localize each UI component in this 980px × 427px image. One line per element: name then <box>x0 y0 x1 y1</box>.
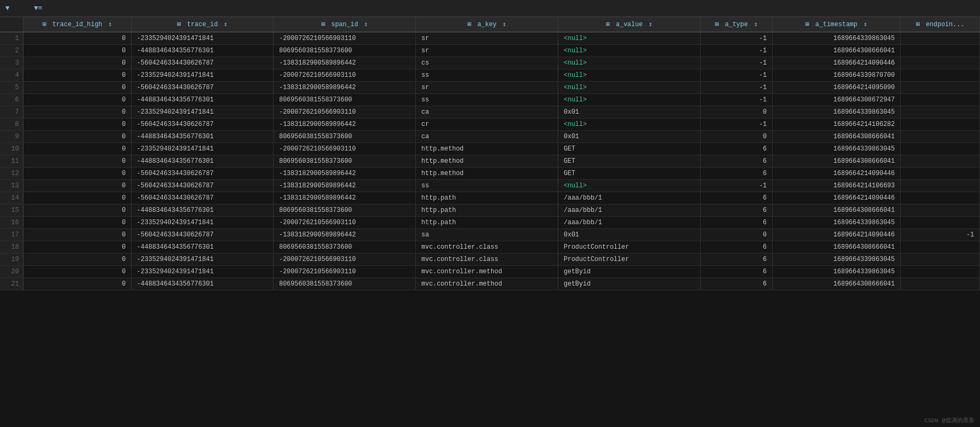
cell-a-timestamp: 1689664339863045 <box>773 254 901 266</box>
cell-a-timestamp: 1689664308666041 <box>773 278 901 290</box>
data-table: ⊞ trace_id_high ⇕ ⊞ trace_id ⇕ ⊞ span_id… <box>0 17 980 290</box>
cell-a-key: http.method <box>416 168 558 180</box>
table-row: 30-5604246334430626787-13831829005898964… <box>0 57 980 69</box>
cell-a-value: ProductController <box>558 241 701 254</box>
cell-row-num: 16 <box>0 217 23 229</box>
cell-endpoint <box>901 57 980 69</box>
cell-a-value: ProductController <box>558 254 701 266</box>
cell-span-id: 8069560381558373600 <box>274 204 416 217</box>
cell-trace-id: -2335294024391471841 <box>131 254 274 266</box>
cell-trace-id-high: 0 <box>23 106 131 118</box>
cell-row-num: 17 <box>0 229 23 241</box>
cell-row-num: 13 <box>0 180 23 192</box>
cell-a-timestamp: 1689664214090446 <box>773 168 901 180</box>
table-row: 50-5604246334430626787-13831829005898964… <box>0 82 980 94</box>
cell-a-value: getByid <box>558 266 701 278</box>
cell-span-id: -2000726210566903110 <box>274 143 416 155</box>
cell-row-num: 18 <box>0 241 23 254</box>
col-header-trace-id[interactable]: ⊞ trace_id ⇕ <box>131 17 274 32</box>
cell-row-num: 7 <box>0 106 23 118</box>
cell-endpoint <box>901 278 980 290</box>
cell-a-key: cs <box>416 57 558 69</box>
cell-a-key: ss <box>416 94 558 106</box>
cell-a-timestamp: 1689664339863045 <box>773 32 901 45</box>
cell-a-type: 6 <box>701 143 773 155</box>
table-row: 70-2335294024391471841-20007262105669031… <box>0 106 980 118</box>
where-toolbar-item[interactable]: ▼ <box>5 4 13 12</box>
cell-span-id: 8069560381558373600 <box>274 241 416 254</box>
col-icon-a-type: ⊞ <box>715 21 719 28</box>
table-row: 190-2335294024391471841-2000726210566903… <box>0 254 980 266</box>
cell-a-value: <null> <box>558 118 701 131</box>
cell-a-key: mvc.controller.method <box>416 278 558 290</box>
cell-trace-id-high: 0 <box>23 118 131 131</box>
cell-a-type: 6 <box>701 266 773 278</box>
cell-a-type: -1 <box>701 180 773 192</box>
table-row: 110-448834643435677630180695603815583736… <box>0 155 980 168</box>
cell-a-type: 6 <box>701 217 773 229</box>
sort-icon-a-timestamp: ⇕ <box>863 21 867 28</box>
cell-a-key: mvc.controller.class <box>416 254 558 266</box>
cell-span-id: -2000726210566903110 <box>274 32 416 45</box>
col-header-a-value[interactable]: ⊞ a_value ⇕ <box>558 17 701 32</box>
cell-a-value: 0x01 <box>558 106 701 118</box>
cell-endpoint <box>901 45 980 57</box>
cell-trace-id-high: 0 <box>23 69 131 82</box>
cell-row-num: 19 <box>0 254 23 266</box>
cell-endpoint <box>901 94 980 106</box>
col-header-endpoint[interactable]: ⊞ endpoin... <box>901 17 980 32</box>
cell-a-key: http.method <box>416 143 558 155</box>
cell-span-id: -2000726210566903110 <box>274 266 416 278</box>
col-header-a-type[interactable]: ⊞ a_type ⇕ <box>701 17 773 32</box>
cell-a-timestamp: 1689664308666041 <box>773 204 901 217</box>
cell-a-type: 6 <box>701 278 773 290</box>
cell-row-num: 11 <box>0 155 23 168</box>
cell-a-value: 0x01 <box>558 229 701 241</box>
cell-span-id: -1383182900589896442 <box>274 229 416 241</box>
cell-a-key: http.path <box>416 204 558 217</box>
cell-span-id: 8069560381558373600 <box>274 94 416 106</box>
cell-row-num: 6 <box>0 94 23 106</box>
table-row: 80-5604246334430626787-13831829005898964… <box>0 118 980 131</box>
table-row: 90-4488346434356776301806956038155837360… <box>0 131 980 143</box>
cell-trace-id-high: 0 <box>23 45 131 57</box>
cell-trace-id-high: 0 <box>23 57 131 69</box>
cell-span-id: -1383182900589896442 <box>274 192 416 204</box>
table-row: 10-2335294024391471841-20007262105669031… <box>0 32 980 45</box>
col-header-rownum <box>0 17 23 32</box>
cell-a-value: <null> <box>558 45 701 57</box>
cell-a-type: 6 <box>701 168 773 180</box>
cell-a-timestamp: 1689664339870700 <box>773 69 901 82</box>
cell-a-type: -1 <box>701 45 773 57</box>
col-header-a-timestamp[interactable]: ⊞ a_timestamp ⇕ <box>773 17 901 32</box>
cell-endpoint <box>901 254 980 266</box>
cell-a-timestamp: 1689664308666041 <box>773 45 901 57</box>
table-container[interactable]: ⊞ trace_id_high ⇕ ⊞ trace_id ⇕ ⊞ span_id… <box>0 17 980 427</box>
cell-a-key: sr <box>416 45 558 57</box>
sort-icon-span-id: ⇕ <box>364 21 368 28</box>
cell-trace-id: -2335294024391471841 <box>131 32 274 45</box>
cell-endpoint <box>901 131 980 143</box>
cell-trace-id: -5604246334430626787 <box>131 180 274 192</box>
cell-row-num: 4 <box>0 69 23 82</box>
cell-span-id: -1383182900589896442 <box>274 180 416 192</box>
cell-a-type: 0 <box>701 131 773 143</box>
cell-trace-id-high: 0 <box>23 254 131 266</box>
col-header-a-key[interactable]: ⊞ a_key ⇕ <box>416 17 558 32</box>
orderby-toolbar-item[interactable]: ▼≡ <box>34 4 46 12</box>
col-header-trace-id-high[interactable]: ⊞ trace_id_high ⇕ <box>23 17 131 32</box>
cell-a-value: <null> <box>558 82 701 94</box>
cell-a-timestamp: 1689664214106693 <box>773 180 901 192</box>
cell-endpoint <box>901 155 980 168</box>
cell-trace-id: -4488346434356776301 <box>131 94 274 106</box>
cell-trace-id: -2335294024391471841 <box>131 266 274 278</box>
col-header-span-id[interactable]: ⊞ span_id ⇕ <box>274 17 416 32</box>
cell-a-key: http.path <box>416 192 558 204</box>
cell-trace-id: -4488346434356776301 <box>131 45 274 57</box>
cell-row-num: 21 <box>0 278 23 290</box>
cell-row-num: 3 <box>0 57 23 69</box>
cell-trace-id-high: 0 <box>23 278 131 290</box>
table-row: 170-5604246334430626787-1383182900589896… <box>0 229 980 241</box>
col-icon-trace-id: ⊞ <box>177 21 181 28</box>
cell-endpoint <box>901 168 980 180</box>
